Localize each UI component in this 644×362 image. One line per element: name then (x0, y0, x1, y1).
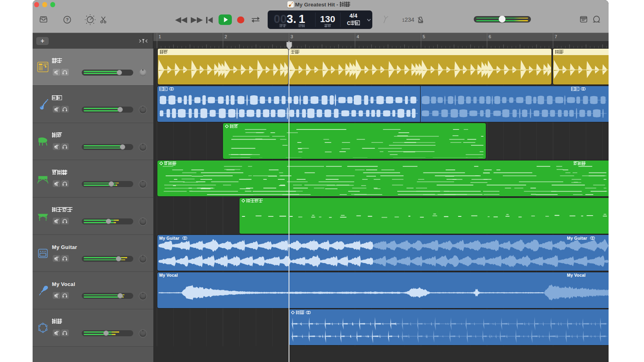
svg-text:?: ? (66, 17, 68, 22)
